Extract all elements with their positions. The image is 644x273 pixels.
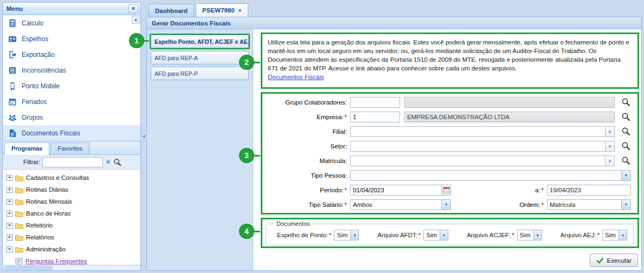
documentos-fieldset: Documentos Espelho de Ponto:* Sim▼ Arqui…: [266, 220, 634, 245]
folder-icon: [15, 222, 23, 229]
documentos-fiscais-link[interactable]: Documentos Fiscais: [268, 74, 324, 80]
folder-icon: [15, 198, 23, 205]
tree-item[interactable]: + Rotinas Diárias: [4, 184, 139, 196]
tree-item[interactable]: + Cadastros e Consultas: [4, 172, 139, 184]
arquivo-afdt-select[interactable]: Sim▼: [423, 230, 448, 240]
setor-label: Setor:: [265, 143, 350, 150]
scrollbar-thumb[interactable]: [4, 266, 53, 270]
sidebar-item-ponto-mobile[interactable]: Ponto Mobile: [3, 78, 140, 94]
users-icon: [8, 113, 17, 122]
sidebar-header: Menu «: [3, 3, 140, 15]
expand-icon[interactable]: +: [7, 175, 12, 181]
tipo-pessoa-combo[interactable]: ▼: [350, 170, 631, 181]
periodo-ate-label: a:*: [535, 187, 547, 193]
tipo-salario-combo[interactable]: Ambos ▼: [350, 199, 451, 210]
tree-item-label[interactable]: Rotinas Mensais: [26, 198, 72, 205]
nav-espelho-ponto-afdt-acjef-aej[interactable]: Espelho Ponto, AFDT, ACJEF e AEJ: [151, 35, 249, 48]
grupo-search-icon[interactable]: [620, 98, 631, 107]
filial-clear-icon[interactable]: ×: [605, 127, 614, 136]
horizontal-scrollbar[interactable]: [3, 265, 140, 270]
tree-item[interactable]: + Refeitório: [4, 219, 139, 231]
matricula-input[interactable]: [351, 156, 605, 166]
sidebar-item-grupos[interactable]: Grupos: [3, 109, 140, 125]
annotation-circle-3: 3: [240, 148, 254, 162]
chevron-down-icon[interactable]: ▼: [621, 200, 630, 210]
tab-programas[interactable]: Programas: [4, 142, 49, 155]
documentos-section: Documentos Espelho de Ponto:* Sim▼ Arqui…: [261, 218, 639, 248]
expand-icon[interactable]: +: [7, 235, 12, 240]
sidebar-item-calculo[interactable]: Cálculo: [3, 15, 140, 31]
arquivo-acjef-select[interactable]: Sim▼: [517, 230, 542, 240]
annotation-circle-1: 1: [130, 34, 144, 48]
tree-item-label[interactable]: Banco de Horas: [26, 210, 70, 217]
arquivo-aej-select[interactable]: Sim▼: [602, 230, 627, 240]
empresa-search-icon[interactable]: [620, 112, 631, 121]
sidebar-item-label: Cálculo: [22, 20, 43, 27]
calendar-icon: [8, 98, 17, 106]
faq-link[interactable]: Perguntas Frequentes: [25, 258, 87, 264]
tree-item-label[interactable]: Relatórios: [26, 234, 54, 240]
chevron-down-icon[interactable]: ▼: [441, 200, 450, 210]
tree-item[interactable]: + Administração: [4, 243, 139, 255]
sidebar-collapse-icon[interactable]: «: [128, 4, 138, 13]
tree-item[interactable]: + Banco de Horas: [4, 207, 139, 219]
expand-icon[interactable]: +: [7, 211, 12, 217]
setor-clear-icon[interactable]: ×: [605, 141, 614, 151]
tab-favoritos[interactable]: Favoritos: [50, 142, 89, 154]
tree-item[interactable]: + Rotinas Mensais: [4, 196, 139, 207]
calendar-picker-icon[interactable]: [441, 185, 450, 195]
nav-afd-rep-a[interactable]: AFD para REP-A: [151, 51, 249, 64]
tree-item-label[interactable]: Refeitório: [26, 222, 53, 229]
filter-input[interactable]: [42, 157, 103, 167]
expand-icon[interactable]: +: [7, 187, 12, 193]
chevron-down-icon[interactable]: ▼: [533, 230, 542, 240]
chevron-down-icon[interactable]: ▼: [621, 171, 630, 180]
export-icon: [8, 50, 17, 59]
arquivo-aej-label: Arquivo AEJ:*: [561, 232, 600, 238]
setor-search-icon[interactable]: [620, 141, 631, 151]
close-tab-icon[interactable]: ×: [239, 8, 242, 13]
empresa-input[interactable]: [350, 112, 400, 122]
tab-psew7980[interactable]: PSEW7980 ×: [196, 3, 248, 17]
executar-button[interactable]: Executar: [590, 253, 638, 267]
splitter-collapse-icon[interactable]: ◄: [141, 134, 146, 139]
expand-icon[interactable]: +: [7, 246, 12, 252]
setor-input[interactable]: [351, 141, 605, 151]
tab-dashboard[interactable]: Dashboard: [149, 4, 194, 17]
filial-input[interactable]: [351, 127, 605, 136]
expand-icon[interactable]: +: [7, 223, 12, 229]
empresa-label: Empresa:*: [265, 114, 350, 120]
filial-search-icon[interactable]: [620, 127, 631, 136]
ordem-label: Ordem:*: [519, 202, 547, 208]
sidebar-item-espelhos[interactable]: Espelhos: [3, 31, 140, 47]
chevron-down-icon[interactable]: ▼: [619, 230, 627, 240]
sidebar-item-documentos-fiscais[interactable]: Documentos Fiscais: [3, 125, 140, 141]
scroll-up-icon[interactable]: ▲: [132, 16, 140, 24]
search-icon[interactable]: [113, 158, 121, 166]
sidebar-menu: Cálculo Espelhos Exportação Inconsistênc…: [3, 15, 140, 141]
periodo-date-field[interactable]: [350, 185, 451, 196]
matricula-clear-icon[interactable]: ×: [605, 156, 614, 166]
folder-icon: [15, 174, 23, 181]
chevron-down-icon[interactable]: ▼: [440, 230, 448, 240]
sidebar-panel: Menu « Cálculo Espelhos Exportação Incon…: [2, 2, 141, 271]
periodo-ate-input[interactable]: [547, 185, 631, 196]
grupo-colaboradores-input[interactable]: [350, 97, 400, 108]
tree-item-label[interactable]: Administração: [26, 246, 66, 252]
chevron-down-icon[interactable]: ▼: [350, 230, 358, 240]
tree-item-label[interactable]: Cadastros e Consultas: [26, 174, 89, 181]
sidebar-item-exportacao[interactable]: Exportação: [3, 47, 140, 62]
matricula-search-icon[interactable]: [620, 156, 631, 165]
nav-afd-rep-p[interactable]: AFD para REP-P: [151, 67, 249, 80]
tree-item-label[interactable]: Rotinas Diárias: [26, 186, 68, 193]
expand-icon[interactable]: +: [7, 199, 12, 205]
tree-item[interactable]: + Relatórios: [4, 231, 139, 243]
mobile-phone-icon: [8, 82, 17, 90]
sidebar-item-inconsistencias[interactable]: Inconsistências: [3, 62, 140, 78]
arquivo-acjef-field: Arquivo ACJEF:* Sim▼: [467, 230, 542, 240]
tree-item-perguntas-frequentes[interactable]: Perguntas Frequentes: [4, 255, 139, 265]
sidebar-item-feriados[interactable]: Feriados: [3, 94, 140, 109]
espelho-de-ponto-select[interactable]: Sim▼: [334, 230, 359, 240]
ordem-combo[interactable]: Matrícula ▼: [547, 199, 631, 210]
clear-filter-icon[interactable]: ×: [105, 158, 111, 166]
